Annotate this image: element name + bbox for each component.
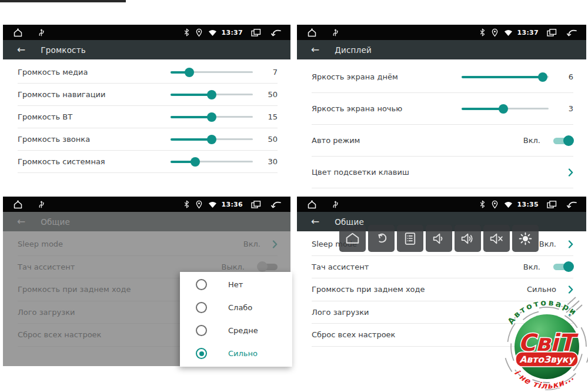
row-label: Сброс всех настроек	[312, 330, 556, 339]
slider-thumb[interactable]	[191, 157, 200, 167]
back-arrow-icon[interactable]: ←	[17, 45, 25, 55]
slider-thumb[interactable]	[499, 104, 508, 114]
slider-thumb[interactable]	[207, 112, 216, 122]
status-bar: 13:37	[297, 25, 586, 40]
slider-thumb[interactable]	[538, 72, 547, 82]
slider-value: 15	[261, 112, 278, 121]
row-label: Громкость навигации	[18, 90, 165, 99]
radio-option[interactable]: Слабо	[180, 296, 292, 319]
settings-row[interactable]: Тач ассистентВкл.	[312, 256, 573, 279]
settings-list: Громкость медиа7Громкость навигации50Гро…	[3, 59, 290, 173]
collage-crop-artifact	[0, 0, 126, 2]
home-icon[interactable]	[12, 200, 24, 210]
location-icon	[491, 200, 499, 209]
wifi-icon	[504, 201, 513, 208]
radio-button-icon[interactable]	[196, 279, 207, 290]
settings-row[interactable]: Яркость экрана ночью3	[312, 93, 573, 125]
volume-low-button[interactable]	[426, 225, 452, 252]
recent-apps-icon[interactable]	[250, 200, 262, 209]
volume-slider[interactable]	[171, 67, 253, 78]
row-label: Тач ассистент	[312, 263, 523, 271]
radio-option[interactable]: Сильно	[180, 342, 292, 365]
usb-icon	[332, 200, 339, 209]
back-icon	[373, 231, 389, 247]
row-label: Громкость медиа	[18, 68, 165, 77]
home-icon	[345, 231, 360, 247]
bluetooth-icon	[479, 28, 486, 36]
back-button[interactable]	[368, 225, 395, 252]
app-header: ← Дисплей	[297, 40, 586, 59]
volume-slider[interactable]	[462, 104, 549, 114]
settings-row[interactable]: Сброс всех настроек	[312, 324, 573, 347]
settings-row[interactable]: Громкость BT15	[18, 106, 278, 128]
location-icon	[195, 200, 203, 209]
location-icon	[491, 28, 499, 37]
back-nav-icon[interactable]	[566, 200, 578, 209]
home-icon[interactable]	[306, 200, 318, 210]
back-nav-icon[interactable]	[270, 200, 282, 209]
home-icon[interactable]	[306, 28, 318, 38]
volume-slider[interactable]	[171, 157, 253, 167]
bluetooth-icon	[183, 28, 190, 36]
settings-row[interactable]: Громкость медиа7	[18, 61, 278, 84]
radio-button-icon[interactable]	[196, 348, 207, 359]
status-clock: 13:37	[517, 29, 539, 36]
settings-row[interactable]: Цвет подсветки клавиш	[312, 157, 573, 188]
volume-slider[interactable]	[462, 72, 549, 82]
back-arrow-icon[interactable]: ←	[311, 217, 319, 227]
slider-value: 6	[557, 72, 573, 81]
recent-apps-icon[interactable]	[250, 28, 262, 37]
status-bar: 13:37	[3, 25, 290, 40]
radio-option[interactable]: Средне	[180, 319, 292, 342]
home-button[interactable]	[339, 225, 366, 252]
volume-slider[interactable]	[171, 134, 253, 145]
settings-row[interactable]: Громкость навигации50	[18, 84, 278, 106]
back-nav-icon[interactable]	[270, 28, 282, 37]
radio-button-icon[interactable]	[196, 325, 207, 336]
app-header: ← Громкость	[3, 40, 290, 59]
chevron-right-icon	[568, 331, 573, 339]
wifi-icon	[208, 201, 217, 208]
radio-option-label: Слабо	[228, 303, 252, 312]
mute-button[interactable]	[483, 225, 510, 252]
settings-row[interactable]: Яркость экрана днём6	[312, 61, 573, 93]
wifi-icon	[504, 29, 513, 36]
location-icon	[195, 28, 203, 37]
volume-slider[interactable]	[171, 89, 253, 100]
settings-row[interactable]: Авто режимВкл.	[312, 125, 573, 157]
recent-apps-icon[interactable]	[546, 28, 557, 37]
slider-thumb[interactable]	[185, 68, 194, 77]
usb-icon	[38, 200, 45, 209]
list-button[interactable]	[397, 225, 423, 252]
slider-thumb[interactable]	[207, 90, 216, 99]
back-nav-icon[interactable]	[566, 28, 578, 37]
recent-apps-icon[interactable]	[546, 200, 557, 209]
radio-option-label: Сильно	[228, 349, 258, 358]
radio-option[interactable]: Нет	[180, 273, 292, 296]
home-icon[interactable]	[12, 28, 24, 38]
volume-slider[interactable]	[171, 112, 253, 122]
radio-button-icon[interactable]	[196, 302, 207, 313]
toggle-switch[interactable]	[553, 261, 573, 272]
settings-row[interactable]: Лого загрузки	[312, 301, 573, 324]
panel-volume-settings: 13:37 ← Громкость Громкость медиа7Громко…	[3, 25, 290, 193]
settings-row[interactable]: Громкость при заднем ходеСильно	[312, 278, 573, 301]
row-value: Вкл.	[523, 136, 540, 145]
volume-low-icon	[431, 231, 447, 247]
slider-thumb[interactable]	[207, 135, 216, 144]
row-value: Вкл.	[523, 263, 540, 271]
usb-icon	[332, 28, 339, 37]
toggle-switch[interactable]	[553, 135, 573, 146]
volume-high-button[interactable]	[455, 225, 481, 252]
slider-value: 3	[557, 104, 573, 113]
panel-display-settings: 13:37 ← Дисплей Яркость экрана днём6Ярко…	[297, 25, 586, 193]
volume-high-icon	[460, 231, 476, 247]
brightness-button[interactable]	[512, 225, 539, 252]
row-value: Сильно	[527, 285, 556, 294]
back-arrow-icon[interactable]: ←	[311, 45, 319, 55]
radio-option-label: Средне	[228, 326, 258, 335]
wifi-icon	[208, 29, 217, 36]
settings-row[interactable]: Громкость системная30	[18, 151, 278, 173]
slider-value: 50	[261, 135, 278, 144]
settings-row[interactable]: Громкость звонка50	[18, 128, 278, 151]
